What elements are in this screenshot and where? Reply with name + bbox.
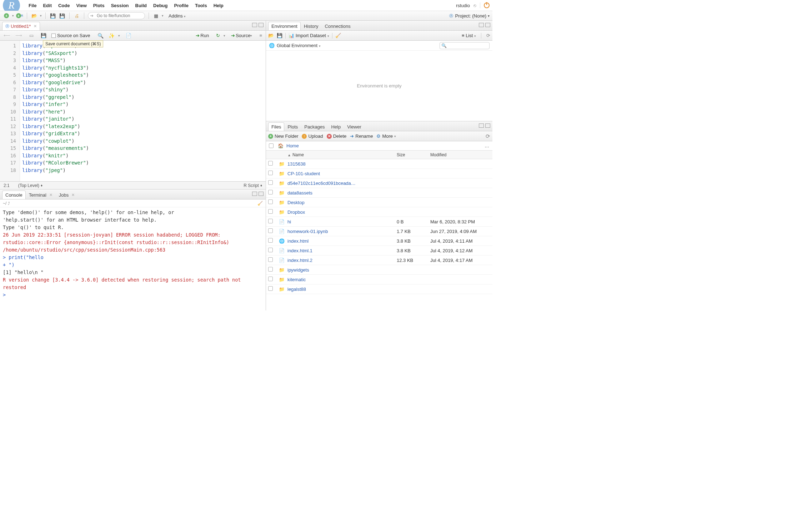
project-menu[interactable]: Ⓡ Project: (None) ▾ <box>449 13 490 19</box>
source-tab[interactable]: Ⓡ Untitled1* ✕ <box>2 22 40 30</box>
minimize-pane-icon[interactable] <box>479 23 484 27</box>
breadcrumb-more[interactable]: … <box>485 143 490 148</box>
grid-icon[interactable]: ▦ <box>152 12 160 19</box>
delete-button[interactable]: ✕Delete <box>327 133 347 139</box>
load-workspace-icon[interactable]: 📂 <box>268 33 274 38</box>
print-icon[interactable]: 🖨 <box>73 12 80 19</box>
menu-file[interactable]: File <box>29 3 36 8</box>
col-size-header[interactable]: Size <box>395 152 428 157</box>
addins-menu[interactable]: Addins ▾ <box>169 13 186 19</box>
goto-dir-icon[interactable]: ⤴ <box>8 201 10 206</box>
file-name[interactable]: kitematic <box>285 277 395 282</box>
env-scope-selector[interactable]: Global Environment ▾ <box>277 43 321 48</box>
source-button[interactable]: ➔Source ▾ <box>230 32 254 39</box>
maximize-pane-icon[interactable] <box>485 123 490 128</box>
back-icon[interactable]: ⟵ <box>2 32 12 39</box>
row-checkbox[interactable] <box>268 161 273 166</box>
minimize-pane-icon[interactable] <box>479 123 484 128</box>
run-button[interactable]: ➔Run <box>194 32 210 39</box>
file-row[interactable]: 📁CP-101-student <box>266 169 492 178</box>
tab-packages[interactable]: Packages <box>301 122 328 131</box>
file-row[interactable]: 📁Dropbox <box>266 207 492 217</box>
tab-terminal[interactable]: Terminal✕ <box>26 191 56 199</box>
compile-report-icon[interactable]: 📄 <box>124 32 133 39</box>
file-name[interactable]: index.html.1 <box>285 248 395 253</box>
menu-help[interactable]: Help <box>214 3 224 8</box>
tab-console[interactable]: Console <box>2 191 26 199</box>
forward-icon[interactable]: ⟶ <box>14 32 24 39</box>
env-view-mode[interactable]: ≡ List ▾ <box>462 33 476 38</box>
open-file-icon[interactable]: 📂 <box>31 12 38 19</box>
menu-view[interactable]: View <box>76 3 86 8</box>
new-file-icon[interactable]: + <box>3 12 10 19</box>
file-name[interactable]: 1315638 <box>285 161 395 167</box>
file-name[interactable]: d54e7102c11ec6cd091bceada… <box>285 181 395 186</box>
row-checkbox[interactable] <box>268 209 273 214</box>
row-checkbox[interactable] <box>268 190 273 194</box>
signout-icon[interactable]: ⎋ <box>473 3 476 8</box>
menu-tools[interactable]: Tools <box>195 3 207 8</box>
file-name[interactable]: index.html <box>285 238 395 244</box>
env-search-input[interactable] <box>440 42 490 49</box>
file-row[interactable]: 📄index.html.13.8 KBJul 4, 2019, 4:12 AM <box>266 246 492 256</box>
row-checkbox[interactable] <box>268 180 273 185</box>
clear-console-icon[interactable]: 🧹 <box>257 201 263 206</box>
row-checkbox[interactable] <box>268 219 273 223</box>
row-checkbox[interactable] <box>268 257 273 262</box>
tab-jobs[interactable]: Jobs✕ <box>56 191 78 199</box>
maximize-pane-icon[interactable] <box>259 23 264 27</box>
minimize-pane-icon[interactable] <box>252 192 257 196</box>
clear-env-icon[interactable]: 🧹 <box>335 33 341 38</box>
file-name[interactable]: ipywidgets <box>285 267 395 273</box>
minimize-pane-icon[interactable] <box>252 23 257 27</box>
save-document-icon[interactable]: 💾 <box>39 32 48 39</box>
file-name[interactable]: CP-101-student <box>285 171 395 176</box>
tab-environment[interactable]: Environment <box>268 22 301 30</box>
show-in-new-window-icon[interactable]: ▭ <box>28 32 35 39</box>
refresh-env-icon[interactable]: ⟳ <box>486 33 490 38</box>
file-name[interactable]: index.html.2 <box>285 258 395 263</box>
file-row[interactable]: 📁Desktop <box>266 198 492 207</box>
breadcrumb-home[interactable]: Home <box>286 143 299 148</box>
tab-viewer[interactable]: Viewer <box>344 122 365 131</box>
menu-code[interactable]: Code <box>58 3 70 8</box>
row-checkbox[interactable] <box>268 248 273 252</box>
upload-button[interactable]: ↑Upload <box>302 133 323 139</box>
menu-build[interactable]: Build <box>135 3 147 8</box>
file-name[interactable]: homework-01.ipynb <box>285 229 395 234</box>
select-all-checkbox[interactable] <box>269 143 274 148</box>
file-row[interactable]: 📄homework-01.ipynb1.7 KBJun 27, 2019, 4:… <box>266 227 492 236</box>
menu-debug[interactable]: Debug <box>153 3 167 8</box>
source-on-save-checkbox[interactable]: Source on Save <box>50 32 92 39</box>
file-row[interactable]: 📄index.html.212.3 KBJul 4, 2019, 4:17 AM <box>266 256 492 265</box>
close-icon[interactable]: ✕ <box>71 193 75 197</box>
file-row[interactable]: 📁legalst88 <box>266 284 492 294</box>
save-icon[interactable]: 💾 <box>49 12 56 19</box>
col-name-header[interactable]: ▲Name <box>285 152 395 157</box>
tab-history[interactable]: History <box>301 22 321 30</box>
row-checkbox[interactable] <box>268 228 273 233</box>
file-name[interactable]: hi <box>285 219 395 224</box>
more-menu[interactable]: ⚙More ▾ <box>376 133 396 139</box>
code-tools-icon[interactable]: ✨ <box>107 32 116 39</box>
goto-file-input[interactable] <box>88 12 145 19</box>
save-workspace-icon[interactable]: 💾 <box>277 33 282 38</box>
new-project-icon[interactable]: +R <box>16 12 23 19</box>
import-dataset-menu[interactable]: 📊 Import Dataset ▾ <box>289 33 329 38</box>
maximize-pane-icon[interactable] <box>259 192 264 196</box>
find-replace-icon[interactable]: 🔍 <box>96 32 105 39</box>
col-modified-header[interactable]: Modified <box>428 152 492 157</box>
tab-connections[interactable]: Connections <box>321 22 354 30</box>
file-row[interactable]: 📄hi0 BMar 6, 2020, 8:32 PM <box>266 217 492 227</box>
scope-selector[interactable]: (Top Level) ♦ <box>18 183 42 188</box>
tab-help[interactable]: Help <box>328 122 344 131</box>
row-checkbox[interactable] <box>268 238 273 243</box>
row-checkbox[interactable] <box>268 286 273 291</box>
tab-files[interactable]: Files <box>268 122 284 131</box>
rerun-icon[interactable]: ↻ <box>215 32 221 39</box>
maximize-pane-icon[interactable] <box>485 23 490 27</box>
row-checkbox[interactable] <box>268 199 273 204</box>
menu-plots[interactable]: Plots <box>93 3 105 8</box>
menu-edit[interactable]: Edit <box>43 3 52 8</box>
file-row[interactable]: 🌐index.html3.8 KBJul 4, 2019, 4:11 AM <box>266 236 492 246</box>
